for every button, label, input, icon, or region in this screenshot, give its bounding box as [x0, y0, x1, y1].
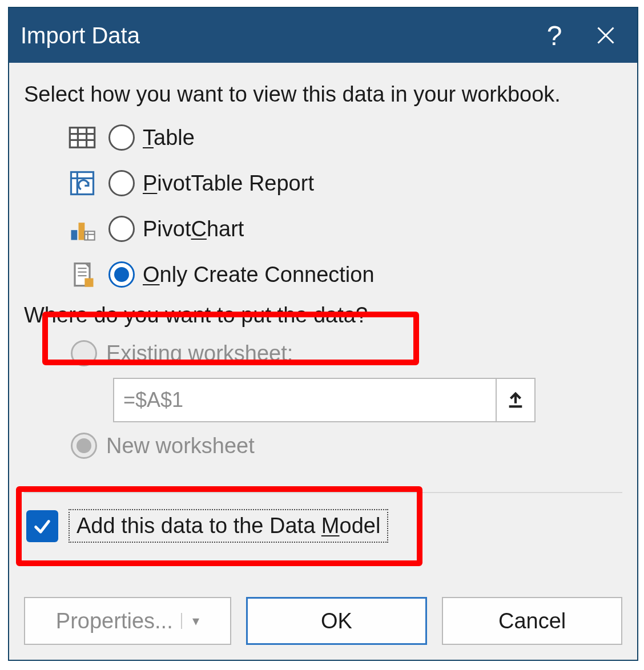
- radio-existing: [71, 340, 97, 366]
- divider: [24, 492, 622, 493]
- properties-dropdown-caret-icon: ▾: [181, 613, 199, 629]
- check-icon: [33, 516, 52, 536]
- cell-reference-input: =$A$1: [113, 378, 497, 422]
- svg-rect-10: [84, 231, 94, 240]
- view-prompt: Select how you want to view this data in…: [24, 82, 622, 107]
- svg-rect-8: [71, 230, 78, 240]
- label-connection: Only Create Connection: [143, 263, 375, 287]
- close-icon: [595, 25, 616, 46]
- data-model-checkbox[interactable]: [26, 510, 58, 542]
- radio-pivotchart[interactable]: [108, 216, 135, 242]
- dialog-title: Import Data: [21, 23, 529, 49]
- radio-table[interactable]: [108, 124, 135, 151]
- titlebar: Import Data ?: [9, 8, 637, 63]
- label-existing: Existing worksheet:: [106, 341, 293, 366]
- data-model-label[interactable]: Add this data to the Data Model: [69, 509, 388, 543]
- radio-connection[interactable]: [108, 261, 135, 288]
- pivottable-icon: [67, 168, 97, 198]
- where-prompt: Where do you want to put the data?: [24, 303, 622, 328]
- option-connection-row: Only Create Connection: [24, 252, 622, 297]
- label-new: New worksheet: [106, 434, 255, 458]
- cell-reference-row: =$A$1: [113, 378, 536, 422]
- option-table-row: Table: [24, 115, 622, 160]
- help-button[interactable]: ?: [529, 8, 580, 63]
- svg-rect-9: [79, 223, 85, 240]
- collapse-dialog-button: [497, 378, 536, 422]
- data-model-row: Add this data to the Data Model: [26, 509, 388, 543]
- option-new-row: New worksheet: [24, 425, 622, 467]
- option-existing-row: Existing worksheet:: [24, 332, 622, 374]
- label-pivottable: PivotTable Report: [143, 171, 314, 196]
- close-button[interactable]: [580, 8, 631, 63]
- label-pivotchart: PivotChart: [143, 217, 244, 241]
- ok-button[interactable]: OK: [246, 597, 428, 645]
- connection-icon: [67, 260, 97, 289]
- properties-button: Properties... ▾: [24, 597, 231, 645]
- radio-pivottable[interactable]: [108, 170, 135, 196]
- option-pivotchart-row: PivotChart: [24, 206, 622, 252]
- dialog-buttons: Properties... ▾ OK Cancel: [24, 597, 622, 645]
- option-pivottable-row: PivotTable Report: [24, 160, 622, 206]
- svg-rect-0: [70, 128, 94, 148]
- import-data-dialog: Import Data ? Select how you want to vie…: [8, 7, 638, 661]
- label-table: Table: [143, 126, 195, 150]
- collapse-icon: [506, 390, 525, 410]
- radio-new: [71, 433, 97, 459]
- svg-rect-16: [84, 279, 93, 287]
- table-icon: [67, 123, 97, 152]
- svg-rect-5: [71, 172, 94, 195]
- dialog-body: Select how you want to view this data in…: [9, 63, 637, 660]
- cancel-button[interactable]: Cancel: [442, 597, 622, 645]
- pivotchart-icon: [67, 214, 97, 244]
